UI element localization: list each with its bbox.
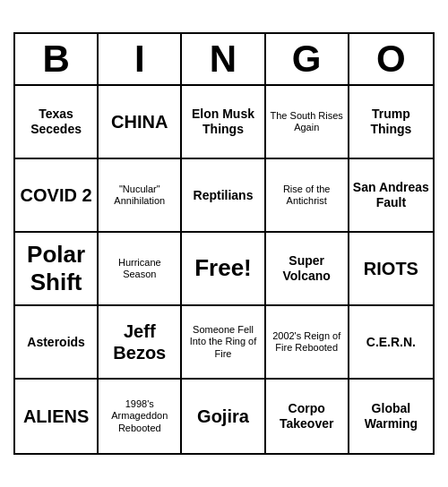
bingo-cell-15: Asteroids — [15, 306, 99, 380]
bingo-cell-10: Polar Shift — [15, 233, 99, 306]
bingo-cell-5: COVID 2 — [15, 159, 99, 233]
bingo-cell-2: Elon Musk Things — [182, 86, 265, 159]
bingo-letter-b: B — [15, 34, 99, 84]
bingo-cell-11: Hurricane Season — [99, 233, 182, 306]
bingo-header: BINGO — [15, 34, 433, 86]
bingo-cell-19: C.E.R.N. — [349, 306, 433, 380]
bingo-grid: Texas SecedesCHINAElon Musk ThingsThe So… — [15, 86, 433, 453]
bingo-card: BINGO Texas SecedesCHINAElon Musk Things… — [13, 32, 435, 455]
bingo-cell-20: ALIENS — [15, 380, 99, 453]
bingo-cell-13: Super Volcano — [266, 233, 349, 306]
bingo-letter-i: I — [99, 34, 182, 84]
bingo-cell-23: Corpo Takeover — [266, 380, 349, 453]
bingo-letter-n: N — [182, 34, 265, 84]
bingo-cell-8: Rise of the Antichrist — [266, 159, 349, 233]
bingo-cell-9: San Andreas Fault — [349, 159, 433, 233]
bingo-cell-0: Texas Secedes — [15, 86, 99, 159]
bingo-cell-14: RIOTS — [349, 233, 433, 306]
bingo-cell-1: CHINA — [99, 86, 182, 159]
bingo-cell-3: The South Rises Again — [266, 86, 349, 159]
bingo-cell-24: Global Warming — [349, 380, 433, 453]
bingo-cell-4: Trump Things — [349, 86, 433, 159]
bingo-cell-16: Jeff Bezos — [99, 306, 182, 380]
bingo-letter-o: O — [349, 34, 433, 84]
bingo-cell-6: "Nucular" Annihilation — [99, 159, 182, 233]
bingo-cell-18: 2002's Reign of Fire Rebooted — [266, 306, 349, 380]
bingo-cell-21: 1998's Armageddon Rebooted — [99, 380, 182, 453]
bingo-cell-12: Free! — [182, 233, 265, 306]
bingo-cell-17: Someone Fell Into the Ring of Fire — [182, 306, 265, 380]
bingo-letter-g: G — [266, 34, 349, 84]
bingo-cell-22: Gojira — [182, 380, 265, 453]
bingo-cell-7: Reptilians — [182, 159, 265, 233]
